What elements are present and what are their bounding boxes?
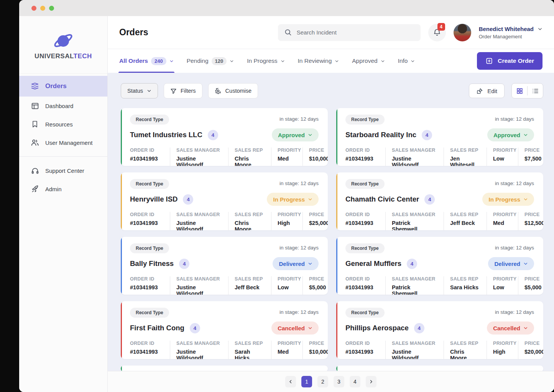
sales-rep-value: Chris Moore	[235, 220, 265, 230]
pagination-bar: 1 2 3 4	[108, 371, 554, 392]
chevron-down-icon	[147, 89, 151, 93]
status-chip[interactable]: In Progress	[267, 193, 319, 206]
stage-text: in stage: 12 days	[279, 115, 319, 122]
field-label: ORDER ID	[130, 148, 164, 153]
order-id-value: #10341993	[130, 284, 164, 290]
tab-count-badge: 120	[212, 57, 227, 65]
record-type-pill: Record Type	[130, 179, 169, 189]
sales-rep-value: Sarah Hicks	[235, 349, 265, 359]
pagination-next-button[interactable]	[366, 376, 376, 387]
field-label: SALES REP	[235, 212, 265, 217]
field-label: PRICE	[309, 148, 328, 153]
pagination-page-1[interactable]: 1	[301, 376, 312, 387]
order-fields: ORDER ID#10341993 SALES MANAGERJustine W…	[130, 148, 319, 166]
field-label: PRICE	[524, 341, 543, 346]
status-chip[interactable]: Delivered	[273, 257, 319, 270]
user-meta: Benedict Whitehead Order Management	[479, 26, 542, 39]
chevron-down-icon	[381, 59, 385, 63]
tabs: All Orders 240 Pending 120 In Progress	[119, 49, 415, 73]
tab-in-progress[interactable]: In Progress	[247, 49, 284, 73]
notifications-button[interactable]: 4	[428, 24, 446, 41]
order-card[interactable]: Record Type in stage: 12 days Phillips A…	[336, 301, 543, 359]
filters-button[interactable]: Filters	[164, 83, 202, 98]
field-label: PRIORITY	[278, 341, 296, 346]
order-fields: ORDER ID#10341993 SALES MANAGERJustine W…	[130, 276, 319, 295]
status-chip-label: Cancelled	[493, 325, 520, 331]
chevron-down-icon[interactable]	[538, 26, 542, 31]
field-label: ORDER ID	[130, 212, 164, 217]
order-card[interactable]: Record Type in stage: 12 days Bally Fitn…	[121, 237, 328, 295]
pagination-page-2[interactable]: 2	[317, 376, 328, 387]
status-chip[interactable]: Approved	[487, 128, 534, 141]
sidebar-item-user-management[interactable]: User Management	[19, 133, 107, 152]
tab-approved[interactable]: Approved	[352, 49, 385, 73]
status-chip[interactable]: Approved	[272, 128, 319, 141]
window-maximize-button[interactable]	[49, 6, 54, 11]
list-icon	[532, 87, 539, 95]
status-chip[interactable]: Delivered	[488, 257, 534, 270]
field-label: SALES MANAGER	[392, 212, 437, 217]
status-chip-label: Approved	[493, 132, 520, 138]
pagination-page-3[interactable]: 3	[334, 376, 344, 387]
order-card[interactable]: Record Type in stage: 12 days First Fait…	[121, 301, 328, 359]
record-type-pill: Record Type	[345, 308, 385, 318]
planet-icon	[51, 30, 76, 52]
record-type-pill: Record Type	[130, 243, 169, 253]
chevron-down-icon	[281, 59, 285, 63]
view-toggle	[511, 83, 543, 98]
avatar[interactable]	[454, 24, 471, 41]
tab-info[interactable]: Info	[398, 49, 415, 73]
sidebar-item-label: Dashboard	[45, 103, 73, 109]
order-card[interactable]: Record Type in stage: 12 days Tumet Indu…	[121, 108, 328, 166]
status-chip[interactable]: In Progress	[482, 193, 534, 206]
priority-value: Low	[493, 284, 512, 290]
record-type-pill: Record Type	[130, 115, 169, 125]
window-close-button[interactable]	[31, 6, 36, 11]
sidebar-item-orders[interactable]: Orders	[19, 76, 107, 97]
order-id-value: #10341993	[345, 156, 379, 162]
field-label: SALES REP	[450, 276, 480, 282]
field-label: SALES REP	[450, 212, 480, 217]
sidebar-item-support-center[interactable]: Support Center	[19, 161, 107, 180]
sidebar-item-admin[interactable]: Admin	[19, 180, 107, 198]
status-dropdown[interactable]: Status	[121, 83, 158, 98]
window-minimize-button[interactable]	[40, 6, 45, 11]
order-card[interactable]: Record Type in stage: 12 days General Mu…	[336, 237, 543, 295]
sales-rep-value: Jeff Beck	[235, 284, 265, 290]
list-view-button[interactable]	[528, 84, 543, 98]
chevron-down-icon	[308, 197, 312, 202]
pagination-prev-button[interactable]	[285, 376, 296, 387]
sales-manager-value: Justine Wildsondf	[176, 156, 222, 166]
pagination-page-4[interactable]: 4	[350, 376, 360, 387]
chevron-down-icon	[308, 326, 312, 330]
create-order-button[interactable]: Create Order	[477, 52, 542, 70]
tab-count-badge: 240	[151, 57, 166, 65]
tab-pending[interactable]: Pending 120	[187, 49, 234, 73]
count-badge: 4	[414, 323, 424, 333]
sidebar-item-dashboard[interactable]: Dashboard	[19, 97, 107, 115]
priority-value: Med	[493, 220, 512, 226]
status-chip[interactable]: Cancelled	[487, 321, 534, 335]
tab-all-orders[interactable]: All Orders 240	[119, 49, 174, 73]
order-card[interactable]: Record Type in stage: 12 days Chamath Ci…	[336, 172, 543, 230]
field-label: SALES MANAGER	[392, 148, 437, 153]
status-chip-label: Delivered	[494, 261, 520, 267]
sidebar-item-label: Resources	[45, 121, 73, 128]
edit-button[interactable]: Edit	[469, 84, 505, 98]
edit-icon	[476, 87, 483, 95]
order-id-value: #10341993	[345, 349, 379, 355]
order-fields: ORDER ID#10341993 SALES MANAGERJustine W…	[130, 341, 319, 359]
count-badge: 4	[208, 130, 218, 140]
customise-button[interactable]: Customise	[208, 83, 258, 98]
chevron-down-icon	[523, 133, 528, 137]
sidebar-divider	[19, 156, 107, 157]
status-chip[interactable]: Cancelled	[271, 321, 319, 335]
grid-view-button[interactable]	[512, 84, 527, 98]
order-card[interactable]: Record Type in stage: 12 days Henryville…	[121, 172, 328, 230]
tab-in-reviewing[interactable]: In Reviewing	[298, 49, 339, 73]
order-card[interactable]: Record Type in stage: 12 days Starboard …	[336, 108, 543, 166]
search-input[interactable]	[297, 29, 414, 36]
status-chip-label: Cancelled	[278, 325, 305, 331]
brand-word-secondary: TECH	[74, 52, 92, 60]
sidebar-item-resources[interactable]: Resources	[19, 115, 107, 133]
